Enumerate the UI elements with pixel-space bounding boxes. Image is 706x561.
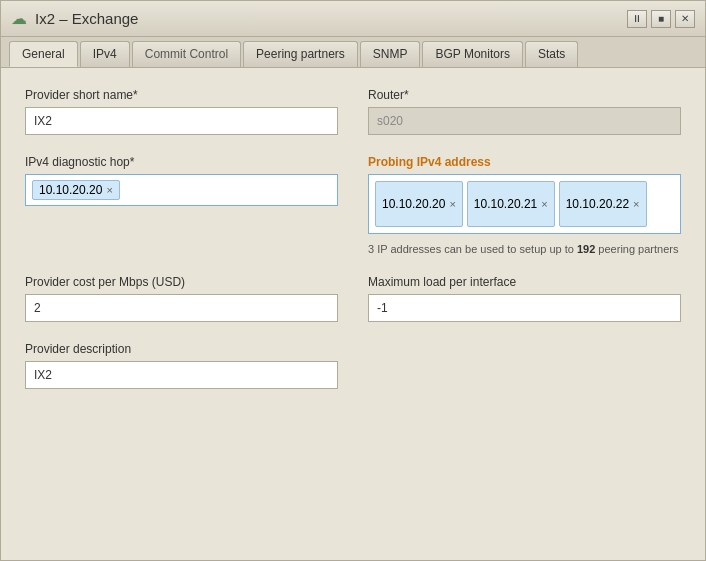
main-window: ☁ Ix2 – Exchange ⏸ ■ ✕ General IPv4 Comm… <box>0 0 706 561</box>
probing-ipv4-label: Probing IPv4 address <box>368 155 681 169</box>
tab-commit-control[interactable]: Commit Control <box>132 41 241 67</box>
close-button[interactable]: ✕ <box>675 10 695 28</box>
cost-input[interactable] <box>25 294 338 322</box>
title-left: ☁ Ix2 – Exchange <box>11 9 138 28</box>
tab-stats[interactable]: Stats <box>525 41 578 67</box>
description-label: Provider description <box>25 342 338 356</box>
probing-tag-1-remove[interactable]: × <box>541 198 547 210</box>
probing-tag-2: 10.10.20.22 × <box>559 181 647 227</box>
tabs-bar: General IPv4 Commit Control Peering part… <box>1 37 705 68</box>
row-ipv4-probing: IPv4 diagnostic hop* 10.10.20.20 × Probi… <box>25 155 681 255</box>
router-input[interactable] <box>368 107 681 135</box>
group-empty <box>368 342 681 389</box>
form-content: Provider short name* Router* IPv4 diagno… <box>1 68 705 560</box>
max-load-label: Maximum load per interface <box>368 275 681 289</box>
probing-info-text: 3 IP addresses can be used to setup up t… <box>368 243 577 255</box>
probing-ipv4-box[interactable]: 10.10.20.20 × 10.10.20.21 × 10.10.20.22 … <box>368 174 681 234</box>
ipv4-hop-tag: 10.10.20.20 × <box>32 180 120 200</box>
pause-button[interactable]: ⏸ <box>627 10 647 28</box>
tab-snmp[interactable]: SNMP <box>360 41 421 67</box>
tab-bgp-monitors[interactable]: BGP Monitors <box>422 41 522 67</box>
max-load-input[interactable] <box>368 294 681 322</box>
title-controls: ⏸ ■ ✕ <box>627 10 695 28</box>
description-input[interactable] <box>25 361 338 389</box>
ipv4-hop-tag-value: 10.10.20.20 <box>39 183 102 197</box>
probing-tag-2-value: 10.10.20.22 <box>566 197 629 211</box>
tab-general[interactable]: General <box>9 41 78 67</box>
ipv4-hop-label: IPv4 diagnostic hop* <box>25 155 338 169</box>
probing-tag-1-value: 10.10.20.21 <box>474 197 537 211</box>
tab-peering-partners[interactable]: Peering partners <box>243 41 358 67</box>
probing-tag-0-value: 10.10.20.20 <box>382 197 445 211</box>
title-bar: ☁ Ix2 – Exchange ⏸ ■ ✕ <box>1 1 705 37</box>
row-cost-load: Provider cost per Mbps (USD) Maximum loa… <box>25 275 681 322</box>
probing-tag-1: 10.10.20.21 × <box>467 181 555 227</box>
group-router: Router* <box>368 88 681 135</box>
group-probing-ipv4: Probing IPv4 address 10.10.20.20 × 10.10… <box>368 155 681 255</box>
row-provider-router: Provider short name* Router* <box>25 88 681 135</box>
cost-label: Provider cost per Mbps (USD) <box>25 275 338 289</box>
provider-short-name-label: Provider short name* <box>25 88 338 102</box>
probing-info-text2: peering partners <box>595 243 678 255</box>
probing-tag-0-remove[interactable]: × <box>449 198 455 210</box>
group-ipv4-hop: IPv4 diagnostic hop* 10.10.20.20 × <box>25 155 338 206</box>
group-cost: Provider cost per Mbps (USD) <box>25 275 338 322</box>
probing-info: 3 IP addresses can be used to setup up t… <box>368 243 681 255</box>
provider-short-name-input[interactable] <box>25 107 338 135</box>
ipv4-hop-tag-remove[interactable]: × <box>106 184 112 196</box>
group-description: Provider description <box>25 342 338 389</box>
probing-tag-0: 10.10.20.20 × <box>375 181 463 227</box>
tab-ipv4[interactable]: IPv4 <box>80 41 130 67</box>
ipv4-hop-tag-input[interactable]: 10.10.20.20 × <box>25 174 338 206</box>
router-label: Router* <box>368 88 681 102</box>
window-title: Ix2 – Exchange <box>35 10 138 27</box>
probing-count: 192 <box>577 243 595 255</box>
group-provider-short-name: Provider short name* <box>25 88 338 135</box>
group-max-load: Maximum load per interface <box>368 275 681 322</box>
probing-tag-2-remove[interactable]: × <box>633 198 639 210</box>
row-description: Provider description <box>25 342 681 389</box>
cloud-icon: ☁ <box>11 9 27 28</box>
stop-button[interactable]: ■ <box>651 10 671 28</box>
